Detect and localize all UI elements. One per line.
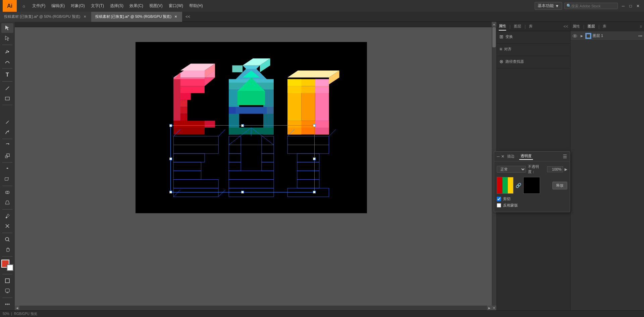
tool-separator-10	[2, 256, 12, 257]
perspective-tool[interactable]	[1, 198, 13, 208]
tab-properties[interactable]: 属性	[499, 22, 506, 31]
transform-section: ⊞ 变换	[497, 31, 570, 44]
layers-panel-collapse[interactable]: ≡	[640, 24, 642, 29]
shaper-tool[interactable]	[1, 127, 13, 137]
trans-minimize-btn[interactable]: ─	[497, 154, 500, 159]
color-selector[interactable]	[1, 260, 13, 271]
svg-marker-66	[315, 128, 329, 135]
workspace-selector[interactable]: 基本功能 ▼	[535, 2, 562, 10]
trans-panel-menu[interactable]: ☰	[563, 154, 567, 159]
scroll-left-arrow[interactable]: ◀	[15, 306, 19, 310]
layer-options[interactable]	[638, 34, 643, 38]
tab-library-right[interactable]: 库	[529, 22, 533, 30]
svg-point-111	[640, 35, 641, 36]
layer-color-indicator	[585, 33, 591, 39]
layer-thumbnail	[497, 177, 514, 194]
svg-rect-6	[5, 156, 7, 158]
type-tool[interactable]: T	[1, 70, 13, 80]
trans-tab-transparency[interactable]: 透明度	[519, 153, 533, 160]
menu-window[interactable]: 窗口(W)	[166, 2, 186, 10]
scale-tool[interactable]	[1, 151, 13, 161]
menu-type[interactable]: 文字(T)	[88, 2, 107, 10]
tab-1[interactable]: 投稿素材 [已恢复].ai* @ 50% (RGB/GPU 预览) ✕	[0, 12, 91, 22]
clip-checkbox[interactable]	[497, 197, 501, 201]
tab-2[interactable]: 投稿素材 [已恢复].ai* @ 50% (RGB/GPU 预览) ✕	[91, 12, 182, 22]
svg-marker-63	[315, 86, 329, 93]
release-button[interactable]: 释放	[552, 182, 567, 189]
tab-1-close[interactable]: ✕	[83, 14, 87, 19]
home-button[interactable]: ⌂	[19, 1, 29, 11]
pen-tool[interactable]	[1, 47, 13, 56]
shape-builder-tool[interactable]	[1, 188, 13, 197]
svg-marker-70	[287, 86, 301, 93]
rectangle-tool[interactable]	[1, 94, 13, 103]
close-button[interactable]: ✕	[635, 3, 641, 9]
warp-tool[interactable]	[1, 164, 13, 174]
svg-marker-69	[287, 79, 301, 86]
trans-tab-stroke[interactable]: 描边	[506, 153, 516, 160]
line-tool[interactable]	[1, 83, 13, 93]
rotate-tool[interactable]	[1, 141, 13, 150]
minimize-button[interactable]: ─	[620, 3, 627, 9]
opacity-arrow[interactable]: ▶	[565, 167, 567, 172]
more-tools[interactable]: •••	[1, 300, 13, 309]
hand-tool[interactable]	[1, 245, 13, 255]
scroll-up-arrow[interactable]: ▲	[492, 22, 496, 27]
canvas-area: ▲ ▼ ◀ ▶	[15, 22, 496, 310]
scroll-thumb-v[interactable]	[492, 27, 496, 47]
layer-row-1[interactable]: ▶ 图层 1	[571, 31, 644, 41]
opacity-value[interactable]: 100%	[547, 166, 563, 172]
screen-mode[interactable]	[1, 286, 13, 296]
tab-1-label: 投稿素材 [已恢复].ai* @ 50% (RGB/GPU 预览)	[4, 14, 80, 19]
draw-mode[interactable]	[1, 276, 13, 286]
menu-select[interactable]: 选择(S)	[107, 2, 126, 10]
measure-tool[interactable]	[1, 221, 13, 231]
link-icon[interactable]: 🔗	[516, 183, 521, 188]
direct-selection-tool[interactable]	[1, 34, 13, 43]
svg-marker-65	[315, 121, 329, 128]
panel-collapse-left[interactable]: <<	[183, 14, 192, 19]
curvature-tool[interactable]	[1, 57, 13, 66]
trans-close-btn[interactable]: ✕	[501, 154, 504, 159]
layer-expand-arrow[interactable]: ▶	[579, 34, 584, 38]
svg-marker-59	[301, 93, 315, 121]
tab-2-close[interactable]: ✕	[173, 14, 178, 19]
tool-separator-12	[2, 298, 12, 298]
search-input[interactable]	[571, 4, 611, 8]
tab-layers-right[interactable]: 图层	[514, 22, 521, 30]
maximize-button[interactable]: □	[627, 3, 634, 9]
paintbrush-tool[interactable]	[1, 107, 13, 117]
layers-tab-layers[interactable]: 图层	[588, 23, 595, 30]
zoom-tool[interactable]	[1, 235, 13, 244]
menu-edit[interactable]: 编辑(E)	[49, 2, 67, 10]
eyedropper-tool[interactable]	[1, 211, 13, 221]
menu-bar: Ai ⌂ 文件(F) 编辑(E) 对象(O) 文字(T) 选择(S) 效果(C)…	[0, 0, 644, 12]
free-transform-tool[interactable]	[1, 174, 13, 184]
menu-help[interactable]: 帮助(H)	[186, 2, 206, 10]
scrollbar-horizontal[interactable]: ◀ ▶	[15, 306, 492, 310]
svg-line-3	[6, 87, 9, 90]
selection-tool[interactable]	[1, 23, 13, 33]
panel-collapse-right[interactable]: <<	[564, 24, 568, 29]
invert-checkbox-row: 反相蒙版	[497, 203, 567, 208]
background-color[interactable]	[7, 264, 13, 271]
svg-marker-33	[173, 128, 205, 135]
menu-view[interactable]: 视图(V)	[147, 2, 165, 10]
invert-checkbox[interactable]	[497, 203, 501, 208]
blend-mode-select[interactable]: 正常溶解变暗正片叠底颜色加深线性加深深色变亮滤色颜色减淡线性减淡浅色叠加柔光强光…	[497, 166, 526, 173]
artboard[interactable]	[136, 42, 367, 213]
layer-visibility-toggle[interactable]	[572, 33, 578, 39]
tab-2-label: 投稿素材 [已恢复].ai* @ 50% (RGB/GPU 预览)	[95, 14, 172, 19]
layers-tab-library[interactable]: 库	[603, 23, 606, 30]
tool-separator-9	[2, 233, 12, 233]
scroll-down-arrow[interactable]: ▼	[492, 306, 496, 310]
scroll-right-arrow[interactable]: ▶	[487, 306, 492, 310]
properties-panel-header: 属性 | 图层 | 库 <<	[497, 22, 570, 31]
svg-rect-109	[586, 34, 590, 38]
pencil-tool[interactable]	[1, 117, 13, 127]
layers-tab-properties[interactable]: 属性	[573, 23, 580, 30]
mask-thumbnail[interactable]	[523, 177, 540, 194]
menu-file[interactable]: 文件(F)	[30, 2, 48, 10]
menu-effect[interactable]: 效果(C)	[127, 2, 146, 10]
menu-object[interactable]: 对象(O)	[68, 2, 87, 10]
